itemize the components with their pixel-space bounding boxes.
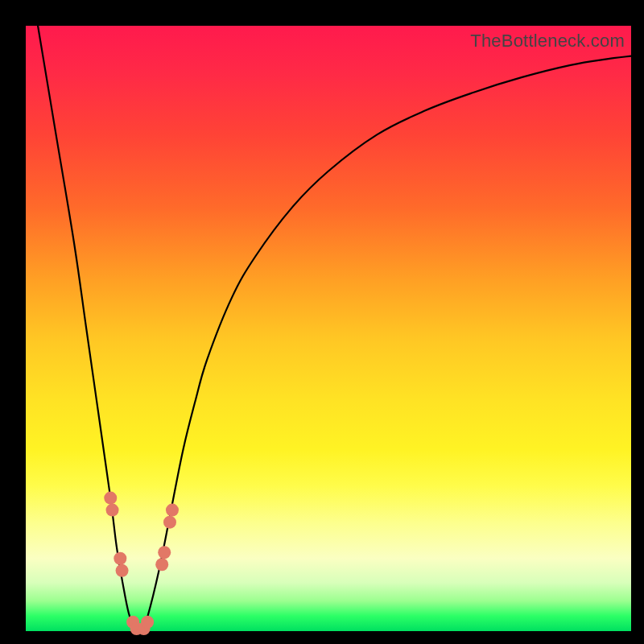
marker-group: [104, 492, 179, 635]
data-marker: [106, 504, 119, 517]
data-marker: [104, 492, 117, 505]
bottleneck-curve: [38, 26, 631, 632]
chart-frame: TheBottleneck.com: [0, 0, 644, 644]
data-marker: [163, 516, 176, 529]
data-marker: [114, 552, 126, 565]
plot-area: TheBottleneck.com: [26, 26, 631, 631]
data-marker: [166, 504, 179, 517]
data-marker: [155, 558, 168, 571]
data-marker: [158, 546, 171, 559]
chart-svg: [26, 26, 631, 631]
data-marker: [141, 616, 154, 629]
data-marker: [116, 564, 129, 577]
